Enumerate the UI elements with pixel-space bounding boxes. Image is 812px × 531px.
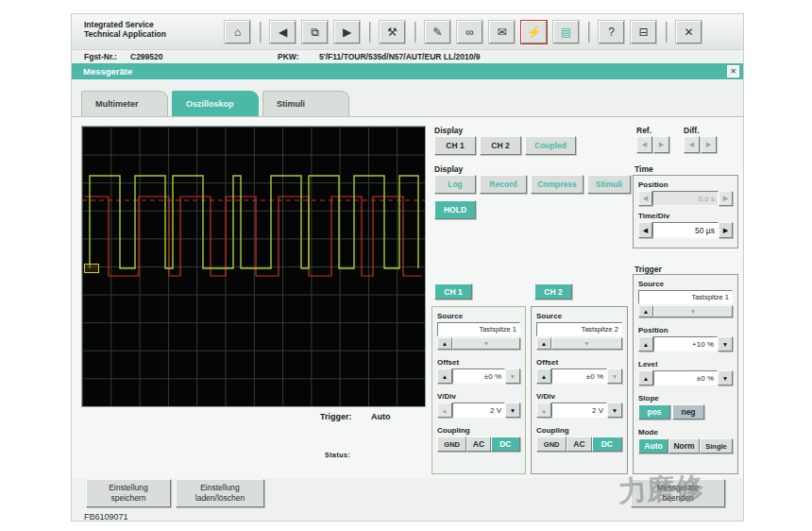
trigger-level-up-button[interactable]: ▲ — [638, 370, 653, 385]
workshop-button[interactable]: ⚒ — [380, 21, 405, 43]
ch1-vdiv-up-button[interactable]: ▲ — [437, 403, 452, 418]
messgeraete-titlebar: Messgeräte ✕ — [72, 63, 743, 79]
trigger-source-down-button[interactable]: ▼ — [653, 305, 733, 317]
print-button[interactable]: ▤ — [553, 21, 579, 43]
toolbar-separator — [369, 22, 371, 43]
ch2-offset-down-button[interactable]: ▼ — [607, 368, 622, 384]
trigger-source-value[interactable]: Tastspitze 1 — [638, 290, 733, 304]
back-button[interactable]: ◀ — [270, 21, 296, 43]
trigger-level-value: ±0 % — [653, 370, 718, 385]
load-settings-button[interactable]: Einstellung laden/löschen — [176, 479, 264, 507]
time-position-right-button[interactable]: ▶ — [719, 191, 733, 206]
ch2-source-down-button[interactable]: ▼ — [551, 337, 622, 350]
display-coupled-button[interactable]: Coupled — [525, 136, 576, 155]
trigger-position-up-button[interactable]: ▲ — [638, 336, 653, 351]
ch1-coupling-gnd-button[interactable]: GND — [437, 437, 466, 452]
fgst-label: Fgst-Nr.: — [84, 52, 117, 61]
hold-button[interactable]: HOLD — [434, 200, 476, 219]
tab-multimeter[interactable]: Multimeter — [81, 91, 168, 116]
fgst-value: C299520 — [130, 52, 163, 61]
ch1-coupling-dc-button[interactable]: DC — [491, 437, 520, 452]
display-ch2-button[interactable]: CH 2 — [480, 136, 521, 155]
oscilloscope-page: Trigger: Auto Status: Display CH 1 CH 2 … — [72, 116, 743, 478]
help-button[interactable]: ? — [599, 21, 624, 43]
app-title-line2: Technical Application — [84, 29, 166, 39]
timediv-label: Time/Div — [638, 212, 733, 220]
mode-norm-button[interactable]: Norm — [668, 438, 700, 454]
scope-trigger-value: Auto — [371, 412, 391, 421]
slope-label: Slope — [638, 394, 733, 403]
toolbar-separator — [260, 22, 262, 43]
trigger-source-label: Source — [638, 280, 733, 288]
ch1-coupling-ac-button[interactable]: AC — [466, 437, 490, 452]
ch2-select-button[interactable]: CH 2 — [534, 283, 572, 300]
display-ch1-button[interactable]: CH 1 — [434, 136, 476, 155]
home-button[interactable]: ⌂ — [225, 21, 250, 43]
ch2-offset-value: ±0 % — [551, 368, 607, 384]
service-plan-button[interactable]: ✎ — [425, 21, 450, 43]
ref-next-button[interactable]: ▶ — [653, 136, 669, 153]
log-button[interactable]: Log — [434, 175, 476, 194]
ch1-offset-up-button[interactable]: ▲ — [437, 368, 452, 384]
ch1-select-button[interactable]: CH 1 — [434, 283, 472, 300]
diff-next-button[interactable]: ▶ — [701, 136, 717, 153]
message-button[interactable]: ✉ — [489, 21, 515, 43]
ch2-coupling-gnd-button[interactable]: GND — [536, 437, 567, 452]
ch2-offset-label: Offset — [536, 358, 622, 367]
trigger-position-down-button[interactable]: ▼ — [718, 336, 733, 351]
minimize-button[interactable]: ⊟ — [631, 21, 656, 43]
tab-oszilloskop-label: Oszilloskop — [186, 99, 234, 109]
ch2-coupling-dc-button[interactable]: DC — [592, 437, 622, 452]
ch2-coupling-ac-button[interactable]: AC — [567, 437, 591, 452]
compress-button[interactable]: Compress — [531, 175, 584, 194]
diff-prev-button[interactable]: ◀ — [684, 136, 700, 153]
tab-bar: Multimeter Oszilloskop Stimuli — [81, 91, 353, 116]
ch1-vdiv-down-button[interactable]: ▼ — [505, 403, 520, 418]
timediv-left-button[interactable]: ◀ — [638, 222, 652, 238]
ch1-source-down-button[interactable]: ▼ — [452, 337, 520, 350]
vehicle-alert-button[interactable]: ⚡ — [521, 21, 547, 43]
panel-close-button[interactable]: ✕ — [727, 65, 739, 77]
close-app-button[interactable]: ✕ — [676, 21, 702, 43]
record-button[interactable]: Record — [480, 175, 527, 194]
trigger-level-down-button[interactable]: ▼ — [718, 370, 733, 385]
ch2-source-up-button[interactable]: ▲ — [536, 337, 551, 350]
tab-oszilloskop[interactable]: Oszilloskop — [172, 91, 259, 116]
watermark: 力磨修 — [617, 469, 704, 512]
operations-button[interactable]: ⧉ — [302, 21, 328, 43]
ch1-offset-down-button[interactable]: ▼ — [505, 368, 520, 384]
trigger-source-up-button[interactable]: ▲ — [638, 305, 653, 317]
ch1-source-value[interactable]: Tastspitze 1 — [437, 322, 520, 336]
save-settings-line1: Einstellung — [109, 483, 148, 493]
ch2-vdiv-up-button[interactable]: ▲ — [536, 403, 551, 418]
panel-title: Messgeräte — [83, 66, 132, 77]
tab-stimuli[interactable]: Stimuli — [262, 91, 349, 116]
ch2-vdiv-label: V/Div — [536, 392, 622, 401]
footer-code: FB6109071 — [84, 512, 128, 522]
ch2-vdiv-down-button[interactable]: ▼ — [607, 403, 622, 418]
timediv-right-button[interactable]: ▶ — [719, 222, 733, 238]
time-position-label: Position — [638, 180, 733, 189]
mode-single-button[interactable]: Single — [700, 438, 733, 454]
printer-icon: ▤ — [561, 26, 571, 39]
time-position-left-button[interactable]: ◀ — [638, 191, 652, 206]
help-icon: ? — [608, 26, 615, 39]
stimuli-button[interactable]: Stimuli — [587, 175, 631, 194]
scope-status-label: Status: — [325, 452, 350, 458]
save-settings-button[interactable]: Einstellung speichern — [86, 479, 171, 507]
ch1-source-up-button[interactable]: ▲ — [437, 337, 452, 350]
ch2-panel: Source Tastspitze 2 ▲ ▼ Offset ▲ ±0 % ▼ … — [531, 306, 628, 474]
connection-button[interactable]: ∞ — [457, 21, 482, 43]
mode-auto-button[interactable]: Auto — [638, 438, 668, 454]
ref-prev-button[interactable]: ◀ — [636, 136, 652, 153]
trigger-group-label: Trigger — [634, 265, 662, 274]
tab-multimeter-label: Multimeter — [95, 99, 139, 109]
app-title-line1: Integrated Service — [84, 20, 166, 29]
ch2-source-value[interactable]: Tastspitze 2 — [536, 322, 622, 336]
forward-button[interactable]: ▶ — [334, 21, 360, 43]
time-position-value: 0,0 s — [652, 191, 719, 206]
slope-neg-button[interactable]: neg — [672, 404, 704, 420]
slope-pos-button[interactable]: pos — [638, 404, 670, 420]
back-icon: ◀ — [279, 26, 287, 39]
ch2-offset-up-button[interactable]: ▲ — [536, 368, 551, 384]
